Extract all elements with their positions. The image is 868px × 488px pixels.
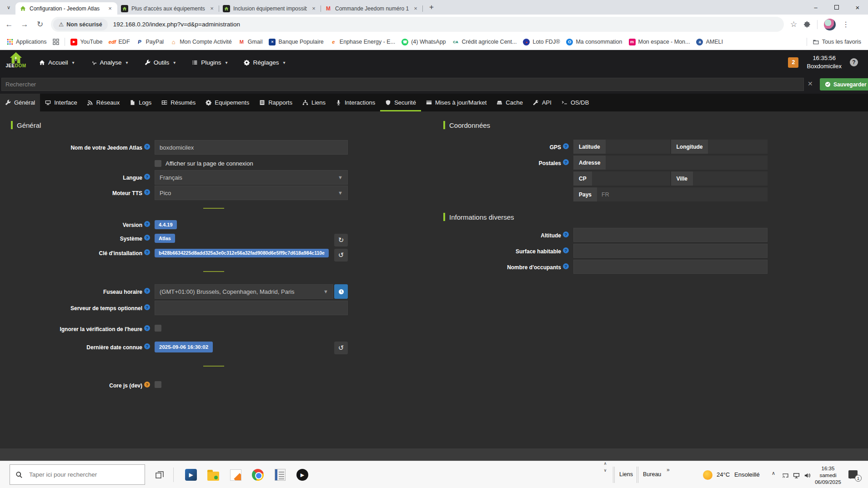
help-question-icon[interactable]: ? [144,235,150,241]
task-view-button[interactable] [153,468,166,481]
taskbar-search-input[interactable] [28,471,133,478]
window-close-button[interactable]: × [847,0,868,15]
help-question-icon[interactable]: ? [144,189,150,195]
help-question-icon[interactable]: ? [144,343,150,349]
help-question-icon[interactable]: ? [144,325,150,331]
toolbar-grip[interactable] [613,467,615,483]
chrome-menu-icon[interactable]: ⋮ [842,20,849,29]
toolbar-bureau-label[interactable]: Bureau [643,471,661,478]
help-question-icon[interactable]: ? [144,249,150,255]
ville-input[interactable] [693,171,768,186]
bookmark-enphase[interactable]: eEnphase Energy - E... [327,39,398,45]
tab-reseaux[interactable]: Réseaux [82,94,125,111]
reload-button[interactable]: ↻ [34,18,46,31]
help-question-icon[interactable]: ? [563,143,569,149]
bookmark-mon-compte-activite[interactable]: ⌂Mon Compte Activité [167,39,235,45]
extensions-puzzle-icon[interactable] [803,21,811,28]
pays-group[interactable]: PaysFR [573,187,768,201]
bookmark-loto-fdj[interactable]: ●Loto FDJ® [520,39,563,45]
altitude-input[interactable] [573,228,768,242]
show-on-login-checkbox[interactable] [155,160,161,167]
bookmark-star-icon[interactable]: ☆ [790,20,797,29]
weather-temp[interactable]: 24°C [717,471,730,478]
clock-button[interactable] [334,284,348,299]
back-button[interactable]: ← [3,18,15,31]
tab-equipements[interactable]: Equipements [201,94,254,111]
tab-general[interactable]: Général [0,94,40,111]
document-app-icon[interactable] [274,468,286,481]
toolbar-grip[interactable] [637,467,638,483]
blue-arrow-app-icon[interactable]: ▶ [185,468,197,481]
volume-tray-icon[interactable] [804,471,811,479]
last-date-badge[interactable]: 2025-09-06 16:30:02 [155,342,213,352]
ignore-time-checkbox[interactable] [155,325,161,332]
refresh-button[interactable]: ↻ [334,234,348,247]
help-question-icon[interactable]: ? [144,174,150,180]
chrome-icon[interactable] [251,468,264,481]
new-tab-button[interactable]: + [426,1,437,13]
help-question-icon[interactable]: ? [563,247,569,253]
taskbar-search[interactable] [10,464,145,485]
browser-tab-gmail[interactable]: M Commande Jeedom numéro 18 × [321,2,423,15]
help-question-icon-orange[interactable]: ? [144,382,150,387]
tab-liens[interactable]: Liens [297,94,331,111]
menu-plugins[interactable]: Plugins▾ [192,59,227,66]
language-select[interactable]: Français▼ [155,170,348,185]
longitude-group[interactable]: Longitude [671,140,768,154]
pays-input[interactable]: FR [597,187,768,201]
address-group[interactable]: Adresse [573,156,768,170]
jeedom-name-input[interactable] [155,140,348,155]
jeedom-logo[interactable]: ! JEEDOM [2,51,30,68]
reset-date-button[interactable]: ↺ [334,342,348,354]
bookmark-youtube[interactable]: ▶YouTube [67,39,105,45]
browser-tab-community-2[interactable]: Inclusion équipement impossib × [219,2,321,15]
window-maximize-button[interactable] [826,0,847,15]
bookmark-banque-populaire[interactable]: ×Banque Populaire [266,39,326,45]
help-icon[interactable]: ? [850,58,858,66]
media-player-icon[interactable]: ▶ [296,468,309,481]
weather-condition[interactable]: Ensoleillé [734,471,760,478]
all-bookmarks-folder[interactable]: Tous les favoris [809,39,864,45]
menu-outils[interactable]: Outils▾ [145,59,176,66]
tab-securite[interactable]: Securité [380,94,421,111]
browser-tab-jeedom-config[interactable]: Configuration - Jeedom Atlas × [15,2,117,15]
bookmark-paypal[interactable]: PPayPal [133,39,167,45]
taskbar-clock[interactable]: 16:35 samedi 06/09/2025 [812,465,844,486]
forward-button[interactable]: → [18,18,31,31]
toolbar-liens-label[interactable]: Liens [619,471,633,478]
corejs-checkbox[interactable] [155,381,161,388]
occupants-input[interactable] [573,260,768,274]
weather-sun-icon[interactable] [703,470,712,480]
menu-reglages[interactable]: Réglages▾ [244,59,285,66]
tab-rapports[interactable]: Rapports [254,94,297,111]
tab-search-caret-icon[interactable]: ∨ [3,1,15,13]
address-input[interactable] [606,156,768,170]
cast-tray-icon[interactable] [782,471,789,479]
window-minimize-button[interactable]: – [805,0,826,15]
tab-osdb[interactable]: OS/DB [557,94,594,111]
tab-cache[interactable]: Cache [492,94,528,111]
toolbar-scroll-chevrons[interactable]: ∧∨ [602,462,609,473]
bookmark-gmail[interactable]: MGmail [235,39,266,45]
help-question-icon[interactable]: ? [144,144,150,150]
cp-group[interactable]: CP [573,171,670,186]
timezone-select[interactable]: (GMT+01:00) Brussels, Copenhagen, Madrid… [155,284,333,299]
surface-input[interactable] [573,244,768,258]
ntp-input[interactable] [155,301,348,315]
tts-select[interactable]: Pico▼ [155,186,348,200]
bookmark-applications[interactable]: Applications [4,39,50,45]
install-key-badge[interactable]: b428b6634225d8add325a3e0c312e56a32fad908… [155,249,329,257]
bookmark-edf[interactable]: edfEDF [106,39,133,45]
save-button[interactable]: Sauvegarder [820,78,868,91]
profile-avatar[interactable] [824,19,836,30]
menu-analyse[interactable]: Analyse▾ [91,59,128,66]
close-tab-icon[interactable]: × [412,5,419,12]
tab-api[interactable]: API [528,94,557,111]
tab-interface[interactable]: Interface [40,94,82,111]
latitude-group[interactable]: Latitude [573,140,670,154]
hidden-icons-chevron[interactable]: ∧ [772,470,775,476]
file-explorer-icon[interactable] [207,468,220,481]
network-tray-icon[interactable] [793,471,800,479]
help-question-icon[interactable]: ? [563,159,569,165]
close-tab-icon[interactable]: × [310,5,317,12]
